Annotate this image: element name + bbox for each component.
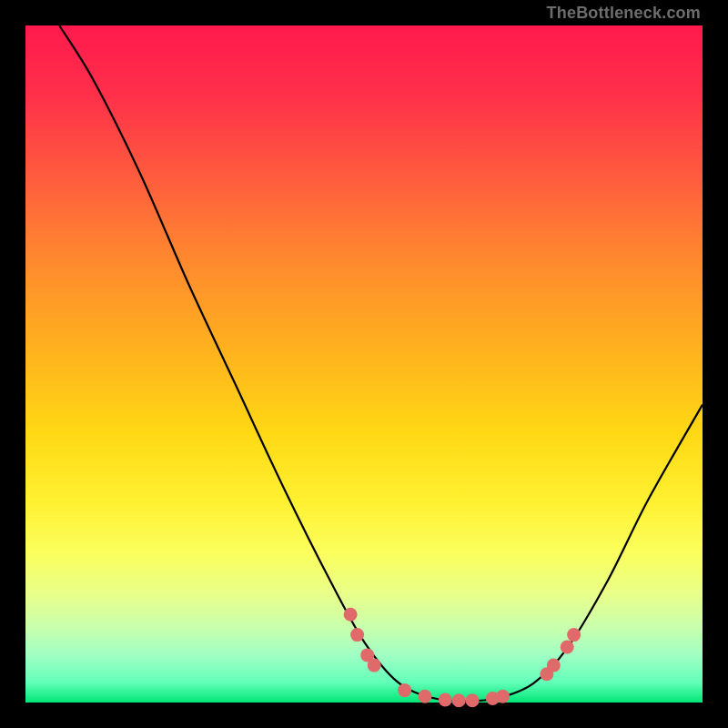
data-dot (368, 659, 381, 672)
chart-frame: TheBottleneck.com (0, 0, 728, 728)
data-dot (452, 693, 466, 707)
data-dot (418, 690, 431, 703)
plot-area (25, 25, 703, 703)
data-dot (547, 659, 561, 672)
data-dot (561, 640, 574, 653)
data-dot (439, 693, 452, 707)
data-dot (398, 683, 411, 697)
attribution-text: TheBottleneck.com (547, 4, 701, 23)
curve-line (59, 25, 703, 702)
data-dot (496, 690, 510, 703)
data-dot (567, 628, 581, 642)
bottleneck-curve (25, 25, 703, 703)
data-dot (466, 693, 480, 707)
curve-dots (344, 608, 581, 707)
data-dot (350, 628, 364, 642)
data-dot (344, 608, 358, 622)
